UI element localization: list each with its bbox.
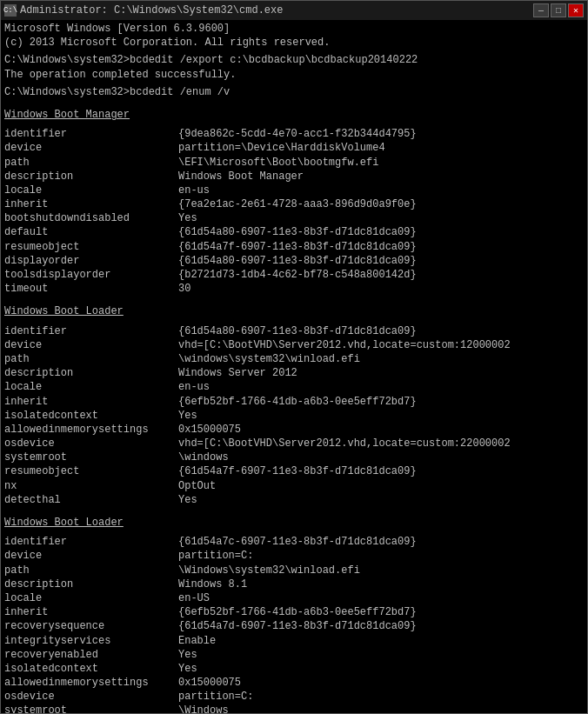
section-header: Windows Boot Manager <box>4 108 584 122</box>
kv-key: toolsdisplayorder <box>4 268 178 282</box>
kv-row: identifier{9dea862c-5cdd-4e70-acc1-f32b3… <box>4 127 584 141</box>
kv-value: 0x15000075 <box>178 423 241 437</box>
kv-row: inherit{6efb52bf-1766-41db-a6b3-0ee5eff7… <box>4 605 584 619</box>
kv-key: osdevice <box>4 690 178 704</box>
kv-row: localeen-US <box>4 591 584 605</box>
kv-key: systemroot <box>4 704 178 713</box>
kv-key: timeout <box>4 282 178 296</box>
console-cmd-line: C:\Windows\system32>bcdedit /export c:\b… <box>4 53 584 67</box>
maximize-button[interactable]: □ <box>551 3 566 17</box>
blank-line <box>4 99 584 103</box>
kv-row: allowedinmemorysettings0x15000075 <box>4 423 584 437</box>
kv-value: \EFI\Microsoft\Boot\bootmgfw.efi <box>178 156 378 170</box>
kv-row: path\Windows\system32\winload.efi <box>4 564 584 577</box>
blank-line <box>4 507 584 510</box>
section-header: Windows Boot Loader <box>4 516 584 530</box>
kv-value: Yes <box>178 493 197 507</box>
kv-value: vhd=[C:\BootVHD\Server2012.vhd,locate=cu… <box>178 338 511 352</box>
kv-value: {61d54a7d-6907-11e3-8b3f-d71dc81dca09} <box>178 619 417 633</box>
kv-key: allowedinmemorysettings <box>4 676 178 690</box>
kv-key: detecthal <box>4 493 178 507</box>
kv-row: isolatedcontextYes <box>4 409 584 423</box>
kv-key: nx <box>4 479 178 493</box>
kv-row: devicepartition=C: <box>4 549 584 563</box>
kv-key: identifier <box>4 127 178 141</box>
kv-key: isolatedcontext <box>4 662 178 676</box>
kv-value: Windows Boot Manager <box>178 170 304 184</box>
kv-value: {b2721d73-1db4-4c62-bf78-c548a800142d} <box>178 268 417 282</box>
cmd-window: C:\ Administrator: C:\Windows\System32\c… <box>0 0 588 714</box>
kv-key: recoverysequence <box>4 619 178 633</box>
kv-row: localeen-us <box>4 380 584 394</box>
kv-value: en-US <box>178 591 210 605</box>
kv-row: resumeobject{61d54a7f-6907-11e3-8b3f-d71… <box>4 240 584 254</box>
kv-key: default <box>4 225 178 239</box>
kv-value: {61d54a7c-6907-11e3-8b3f-d71dc81dca09} <box>178 535 417 549</box>
kv-value: \Windows\system32\winload.efi <box>178 564 360 577</box>
kv-row: devicepartition=\Device\HarddiskVolume4 <box>4 141 584 155</box>
kv-key: integrityservices <box>4 634 178 648</box>
kv-row: systemroot\Windows <box>4 704 584 713</box>
kv-key: path <box>4 156 178 170</box>
kv-value: en-us <box>178 184 210 197</box>
kv-value: Enable <box>178 634 216 648</box>
kv-key: resumeobject <box>4 240 178 254</box>
kv-key: locale <box>4 184 178 197</box>
kv-key: device <box>4 549 178 563</box>
kv-row: isolatedcontextYes <box>4 662 584 676</box>
kv-value: {61d54a7f-6907-11e3-8b3f-d71dc81dca09} <box>178 464 417 478</box>
kv-value: Yes <box>178 648 197 662</box>
close-button[interactable]: ✕ <box>568 3 584 17</box>
kv-row: osdevicepartition=C: <box>4 690 584 704</box>
kv-key: description <box>4 170 178 184</box>
kv-row: devicevhd=[C:\BootVHD\Server2012.vhd,loc… <box>4 338 584 352</box>
kv-value: \windows\system32\winload.efi <box>178 352 360 366</box>
kv-row: osdevicevhd=[C:\BootVHD\Server2012.vhd,l… <box>4 437 584 450</box>
kv-key: displayorder <box>4 254 178 268</box>
kv-key: resumeobject <box>4 464 178 478</box>
kv-row: detecthalYes <box>4 493 584 507</box>
console-text-line: The operation completed successfully. <box>4 68 584 82</box>
kv-value: 0x15000075 <box>178 676 241 690</box>
kv-value: {7ea2e1ac-2e61-4728-aaa3-896d9d0a9f0e} <box>178 197 417 211</box>
kv-value: {6efb52bf-1766-41db-a6b3-0ee5eff72bd7} <box>178 395 417 409</box>
minimize-button[interactable]: — <box>533 3 549 17</box>
console-text-line: (c) 2013 Microsoft Corporation. All righ… <box>4 36 584 50</box>
kv-key: isolatedcontext <box>4 409 178 423</box>
kv-row: localeen-us <box>4 184 584 197</box>
kv-value: 30 <box>178 282 190 296</box>
kv-row: resumeobject{61d54a7f-6907-11e3-8b3f-d71… <box>4 464 584 478</box>
blank-line <box>4 296 584 299</box>
kv-key: description <box>4 366 178 380</box>
console-output[interactable]: Microsoft Windows [Version 6.3.9600](c) … <box>1 20 587 713</box>
kv-key: device <box>4 141 178 155</box>
kv-row: integrityservicesEnable <box>4 634 584 648</box>
kv-key: identifier <box>4 535 178 549</box>
console-cmd-line: C:\Windows\system32>bcdedit /enum /v <box>4 85 584 99</box>
kv-key: locale <box>4 380 178 394</box>
kv-row: nxOptOut <box>4 479 584 493</box>
kv-value: en-us <box>178 380 210 394</box>
kv-key: inherit <box>4 605 178 619</box>
section-header: Windows Boot Loader <box>4 304 584 318</box>
kv-row: allowedinmemorysettings0x15000075 <box>4 676 584 690</box>
kv-value: {61d54a7f-6907-11e3-8b3f-d71dc81dca09} <box>178 240 417 254</box>
kv-row: identifier{61d54a7c-6907-11e3-8b3f-d71dc… <box>4 535 584 549</box>
kv-value: Yes <box>178 211 197 225</box>
kv-value: {61d54a80-6907-11e3-8b3f-d71dc81dca09} <box>178 324 417 338</box>
kv-row: path\windows\system32\winload.efi <box>4 352 584 366</box>
kv-row: descriptionWindows Boot Manager <box>4 170 584 184</box>
kv-row: bootshutdowndisabledYes <box>4 211 584 225</box>
cmd-icon: C:\ <box>4 4 17 17</box>
kv-value: partition=\Device\HarddiskVolume4 <box>178 141 385 155</box>
kv-value: \windows <box>178 450 229 464</box>
kv-row: systemroot\windows <box>4 450 584 464</box>
kv-row: identifier{61d54a80-6907-11e3-8b3f-d71dc… <box>4 324 584 338</box>
kv-key: inherit <box>4 395 178 409</box>
kv-row: path\EFI\Microsoft\Boot\bootmgfw.efi <box>4 156 584 170</box>
kv-value: Windows Server 2012 <box>178 366 297 380</box>
kv-key: device <box>4 338 178 352</box>
kv-key: description <box>4 577 178 591</box>
kv-row: inherit{7ea2e1ac-2e61-4728-aaa3-896d9d0a… <box>4 197 584 211</box>
kv-row: default{61d54a80-6907-11e3-8b3f-d71dc81d… <box>4 225 584 239</box>
